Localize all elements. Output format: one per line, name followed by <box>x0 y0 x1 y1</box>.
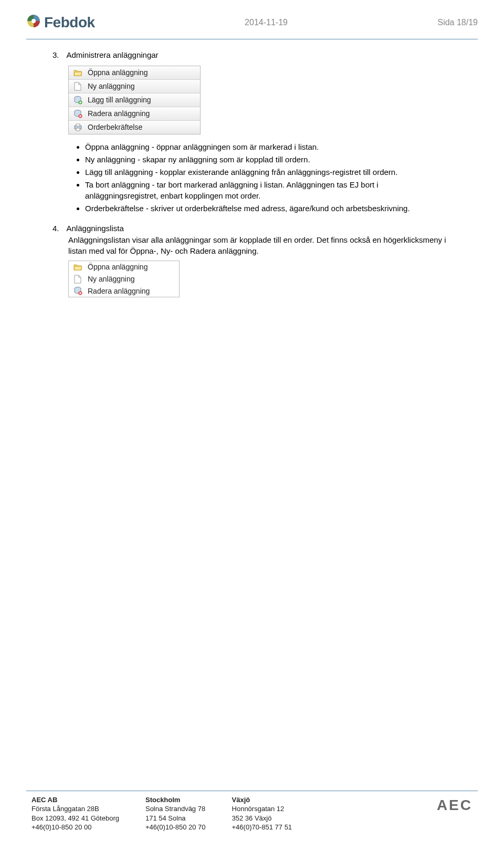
open-folder-icon <box>73 262 82 272</box>
section-number: 4. <box>52 223 59 234</box>
admin-toolbar: Öppna anläggning Ny anläggning Lägg till… <box>68 66 201 134</box>
database-add-icon <box>73 95 82 105</box>
aec-logo-text: AEC <box>437 795 472 815</box>
section-4-heading: 4. Anläggningslista <box>52 223 452 234</box>
footer-line: Första Långgatan 28B <box>32 804 119 814</box>
bullet-item: Öppna anläggning - öppnar anläggningen s… <box>85 142 452 152</box>
footer-line: +46(0)70-851 77 51 <box>232 823 292 832</box>
svg-rect-6 <box>76 124 80 126</box>
toolbar-label: Orderbekräftelse <box>88 122 142 132</box>
bullet-item: Ta bort anläggning - tar bort markerad a… <box>85 180 452 201</box>
footer-col-vaxjo: Växjö Honnörsgatan 12 352 36 Växjö +46(0… <box>232 795 292 832</box>
document-print-icon <box>73 122 82 132</box>
page-header: Febdok 2014-11-19 Sida 18/19 <box>21 13 483 36</box>
section-title: Administrera anläggningar <box>67 50 159 60</box>
database-delete-icon <box>73 286 82 296</box>
footer-columns: AEC AB Första Långgatan 28B Box 12093, 4… <box>21 795 483 832</box>
context-new[interactable]: Ny anläggning <box>69 273 179 285</box>
toolbar-delete[interactable]: Radera anläggning <box>69 107 200 121</box>
page-footer: AEC AB Första Långgatan 28B Box 12093, 4… <box>21 791 483 832</box>
footer-col-goteborg: AEC AB Första Långgatan 28B Box 12093, 4… <box>32 795 119 832</box>
bullet-item: Orderbekräftelse - skriver ut orderbekrä… <box>85 203 452 214</box>
toolbar-add[interactable]: Lägg till anläggning <box>69 94 200 107</box>
footer-line: Solna Strandväg 78 <box>145 804 206 814</box>
febdok-logo-icon <box>26 14 41 31</box>
footer-col-stockholm: Stockholm Solna Strandväg 78 171 54 Soln… <box>145 795 206 832</box>
document-page: Febdok 2014-11-19 Sida 18/19 3. Administ… <box>21 0 483 843</box>
section-title: Anläggningslista <box>67 223 124 234</box>
context-label: Ny anläggning <box>88 274 135 284</box>
open-folder-icon <box>73 68 82 77</box>
context-label: Radera anläggning <box>88 286 150 296</box>
toolbar-label: Ny anläggning <box>88 81 135 91</box>
new-file-icon <box>73 274 82 284</box>
toolbar-label: Öppna anläggning <box>88 68 148 78</box>
footer-city: Stockholm <box>145 795 206 805</box>
context-label: Öppna anläggning <box>88 262 148 272</box>
section-number: 3. <box>52 50 59 60</box>
header-date: 2014-11-19 <box>245 17 288 28</box>
section-3-heading: 3. Administrera anläggningar <box>52 50 452 60</box>
context-open[interactable]: Öppna anläggning <box>69 261 179 273</box>
footer-city: Växjö <box>232 795 292 805</box>
toolbar-open[interactable]: Öppna anläggning <box>69 66 200 80</box>
toolbar-confirmation[interactable]: Orderbekräftelse <box>69 121 200 134</box>
section-3-bullets: Öppna anläggning - öppnar anläggningen s… <box>52 142 452 214</box>
header-page-number: Sida 18/19 <box>437 17 478 28</box>
toolbar-new[interactable]: Ny anläggning <box>69 80 200 94</box>
footer-rule <box>26 791 478 791</box>
footer-line: +46(0)10-850 20 00 <box>32 823 119 832</box>
toolbar-label: Radera anläggning <box>88 109 150 119</box>
svg-point-0 <box>32 19 36 23</box>
footer-org: AEC AB <box>32 795 119 805</box>
footer-line: 171 54 Solna <box>145 814 206 823</box>
context-menu: Öppna anläggning Ny anläggning Radera an… <box>68 261 180 298</box>
database-delete-icon <box>73 109 82 118</box>
header-rule <box>26 39 478 39</box>
section-4-body: Anläggningslistan visar alla anläggninga… <box>52 235 452 256</box>
toolbar-label: Lägg till anläggning <box>88 95 151 105</box>
bullet-item: Lägg till anläggning - kopplar existeran… <box>85 167 452 178</box>
content-area: 3. Administrera anläggningar Öppna anläg… <box>21 50 483 298</box>
footer-line: Honnörsgatan 12 <box>232 804 292 814</box>
footer-line: Box 12093, 492 41 Göteborg <box>32 814 119 823</box>
febdok-logo: Febdok <box>26 13 95 33</box>
new-file-icon <box>73 81 82 91</box>
febdok-logo-text: Febdok <box>44 13 95 33</box>
footer-line: +46(0)10-850 20 70 <box>145 823 206 832</box>
svg-rect-7 <box>76 128 80 131</box>
aec-logo: AEC <box>437 795 472 815</box>
footer-line: 352 36 Växjö <box>232 814 292 823</box>
context-delete[interactable]: Radera anläggning <box>69 285 179 297</box>
bullet-item: Ny anläggning - skapar ny anläggning som… <box>85 154 452 165</box>
